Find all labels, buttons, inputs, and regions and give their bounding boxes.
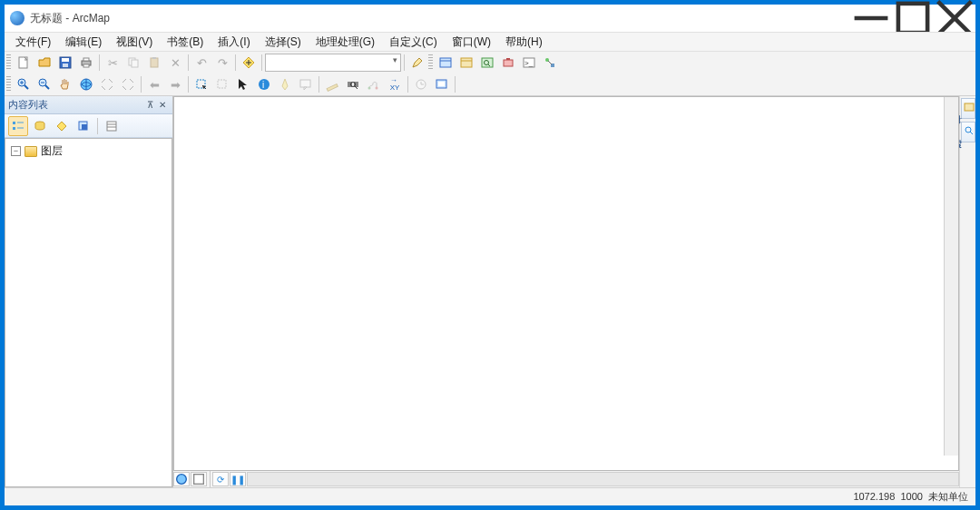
- menu-selection[interactable]: 选择(S): [260, 33, 307, 52]
- menu-insert[interactable]: 插入(I): [212, 33, 255, 52]
- zoom-out-button[interactable]: [34, 74, 54, 94]
- toolbar-grip[interactable]: [6, 76, 11, 93]
- menu-bookmarks[interactable]: 书签(B): [162, 33, 209, 52]
- identify-button[interactable]: i: [254, 74, 274, 94]
- separator: [235, 54, 236, 71]
- copy-button[interactable]: [123, 53, 143, 73]
- data-view-button[interactable]: [173, 472, 190, 486]
- maximize-button[interactable]: [892, 5, 934, 32]
- scale-input[interactable]: [265, 54, 401, 72]
- time-slider-button[interactable]: [411, 74, 431, 94]
- titlebar: 无标题 - ArcMap: [5, 5, 975, 32]
- toc-tree[interactable]: − 图层: [5, 138, 172, 487]
- forward-button[interactable]: ➡: [165, 74, 185, 94]
- modelbuilder-button[interactable]: [540, 53, 560, 73]
- menu-edit[interactable]: 编辑(E): [60, 33, 107, 52]
- full-extent-button[interactable]: [76, 74, 96, 94]
- map-area: ⟳ ❚❚: [173, 96, 959, 487]
- map-horizontal-scrollbar[interactable]: [247, 472, 959, 486]
- svg-line-33: [24, 85, 28, 89]
- window-controls: [850, 5, 975, 32]
- menubar: 文件(F) 编辑(E) 视图(V) 书签(B) 插入(I) 选择(S) 地理处理…: [5, 32, 975, 52]
- menu-geoprocessing[interactable]: 地理处理(G): [310, 33, 380, 52]
- cut-button[interactable]: ✂: [103, 53, 122, 73]
- toolbar-grip[interactable]: [428, 54, 433, 71]
- toolbar-grip[interactable]: [6, 54, 11, 71]
- scale-combo[interactable]: [265, 54, 401, 72]
- go-to-xy-button[interactable]: →XY: [385, 74, 405, 94]
- toc-root-layers[interactable]: − 图层: [11, 142, 166, 160]
- toc-list-by-visibility-button[interactable]: [52, 116, 72, 136]
- hyperlink-button[interactable]: [275, 74, 295, 94]
- search-icon: [964, 125, 975, 136]
- coord-unit: 未知单位: [928, 491, 968, 502]
- add-data-button[interactable]: [239, 53, 259, 73]
- svg-rect-59: [438, 82, 445, 86]
- toc-pin-icon[interactable]: ⊼: [143, 100, 156, 110]
- dock-tab-catalog[interactable]: 目录: [961, 98, 975, 119]
- search-window-button[interactable]: [477, 53, 497, 73]
- layers-folder-icon: [24, 146, 37, 157]
- svg-marker-47: [304, 87, 307, 90]
- undo-button[interactable]: ↶: [191, 53, 211, 73]
- table-of-contents-button[interactable]: [436, 53, 456, 73]
- svg-rect-61: [13, 127, 15, 130]
- editor-toolbar-button[interactable]: [407, 53, 427, 73]
- measure-button[interactable]: [322, 74, 342, 94]
- close-button[interactable]: [934, 5, 975, 32]
- paste-button[interactable]: [144, 53, 164, 73]
- find-button[interactable]: [343, 74, 363, 94]
- dock-tab-search[interactable]: 搜索: [961, 122, 975, 142]
- menu-customize[interactable]: 自定义(C): [384, 33, 443, 52]
- menu-window[interactable]: 窗口(W): [446, 33, 496, 52]
- tree-collapse-icon[interactable]: −: [11, 146, 21, 156]
- new-button[interactable]: [14, 53, 34, 73]
- fixed-zoom-out-button[interactable]: [118, 74, 138, 94]
- map-vertical-scrollbar[interactable]: [944, 97, 958, 456]
- separator: [99, 54, 100, 71]
- menu-file[interactable]: 文件(F): [10, 33, 56, 52]
- separator: [210, 471, 211, 487]
- zoom-in-button[interactable]: [14, 74, 34, 94]
- fixed-zoom-in-button[interactable]: [97, 74, 117, 94]
- pause-drawing-button[interactable]: ❚❚: [230, 472, 246, 486]
- svg-text:>_: >_: [524, 59, 534, 67]
- arctoolbox-button[interactable]: [498, 53, 518, 73]
- create-viewer-button[interactable]: [432, 74, 452, 94]
- svg-line-75: [970, 132, 973, 134]
- python-window-button[interactable]: >_: [519, 53, 539, 73]
- menu-view[interactable]: 视图(V): [111, 33, 158, 52]
- svg-rect-10: [83, 64, 89, 67]
- pan-button[interactable]: [55, 74, 75, 94]
- app-icon: [10, 11, 24, 25]
- layout-view-button[interactable]: [191, 472, 207, 486]
- delete-button[interactable]: ✕: [165, 53, 185, 73]
- body: 内容列表 ⊼ ✕ − 图层: [5, 96, 975, 487]
- toc-list-by-source-button[interactable]: [30, 116, 50, 136]
- toc-title: 内容列表: [8, 98, 48, 112]
- map-canvas[interactable]: [173, 96, 959, 471]
- catalog-button[interactable]: [456, 53, 476, 73]
- svg-rect-6: [62, 58, 69, 62]
- menu-help[interactable]: 帮助(H): [500, 33, 548, 52]
- back-button[interactable]: ⬅: [144, 74, 164, 94]
- toc-list-by-selection-button[interactable]: [74, 116, 93, 136]
- toc-close-icon[interactable]: ✕: [156, 100, 169, 110]
- html-popup-button[interactable]: [296, 74, 316, 94]
- clear-selection-button[interactable]: [212, 74, 232, 94]
- save-button[interactable]: [55, 53, 75, 73]
- svg-rect-68: [107, 122, 116, 131]
- separator: [455, 76, 456, 93]
- minimize-button[interactable]: [850, 5, 892, 32]
- find-route-button[interactable]: [364, 74, 384, 94]
- redo-button[interactable]: ↷: [212, 53, 232, 73]
- svg-rect-9: [83, 58, 89, 61]
- select-elements-button[interactable]: [233, 74, 253, 94]
- print-button[interactable]: [76, 53, 96, 73]
- toc-options-button[interactable]: [102, 116, 122, 136]
- toc-list-by-drawing-order-button[interactable]: [8, 116, 28, 136]
- refresh-button[interactable]: ⟳: [212, 472, 229, 486]
- open-button[interactable]: [34, 53, 54, 73]
- select-features-button[interactable]: [191, 74, 211, 94]
- svg-rect-14: [152, 57, 156, 59]
